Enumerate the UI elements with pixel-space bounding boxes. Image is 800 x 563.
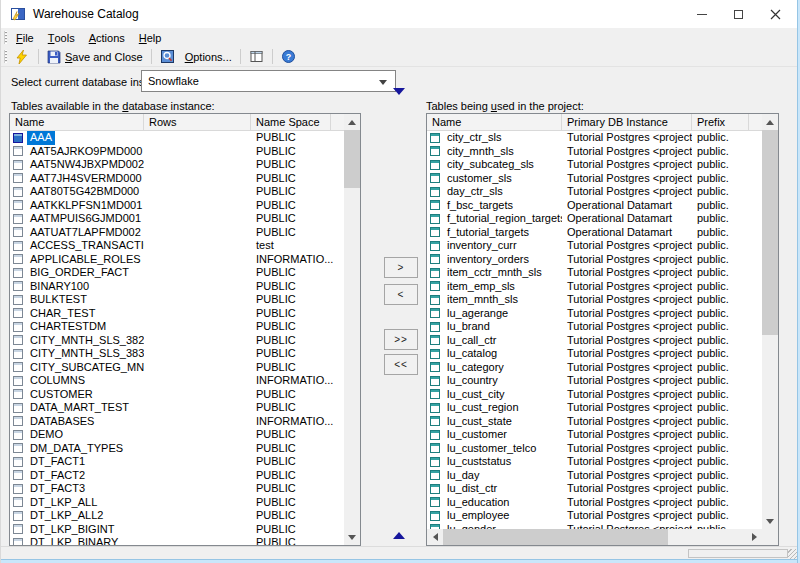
table-row[interactable]: lu_customer Tutorial Postgres <project .… [427,428,762,442]
table-row[interactable]: APPLICABLE_ROLES INFORMATIO... [10,253,344,267]
menubar-gripper[interactable] [4,31,7,44]
table-name-cell[interactable]: lu_employee [427,509,562,523]
table-row[interactable]: lu_custstatus Tutorial Postgres <project… [427,455,762,469]
table-row[interactable]: item_mnth_sls Tutorial Postgres <project… [427,293,762,307]
table-name[interactable]: day_ctr_sls [444,185,506,199]
table-row[interactable]: day_ctr_sls Tutorial Postgres <project .… [427,185,762,199]
table-name[interactable]: city_ctr_sls [444,131,504,145]
table-row[interactable]: lu_call_ctr Tutorial Postgres <project .… [427,334,762,348]
vertical-scrollbar[interactable] [762,114,778,545]
table-name-cell[interactable]: lu_call_ctr [427,334,562,348]
table-row[interactable]: lu_customer_telco Tutorial Postgres <pro… [427,442,762,456]
table-name-cell[interactable]: DT_LKP_BINARY [10,536,144,545]
table-name[interactable]: inventory_curr [444,239,520,253]
table-name[interactable]: BULKTEST [27,293,90,307]
table-row[interactable]: lu_catalog Tutorial Postgres <project ..… [427,347,762,361]
splitter-down-triangle-icon[interactable] [393,88,405,95]
table-row[interactable]: ACCESS_TRANSACTION... test [10,239,344,253]
table-name[interactable]: f_tutorial_region_targets [444,212,562,226]
maximize-button[interactable] [720,0,757,28]
table-row[interactable]: CHAR_TEST PUBLIC [10,307,344,321]
table-name-cell[interactable]: CUSTOMER [10,388,144,402]
table-name[interactable]: lu_agerange [444,307,511,321]
horizontal-scrollbar[interactable] [427,529,762,545]
move-right-button[interactable]: > [384,257,418,278]
table-row[interactable]: BULKTEST PUBLIC [10,293,344,307]
table-name[interactable]: CITY_SUBCATEG_MNTH... [27,361,144,375]
table-row[interactable]: DEMO PUBLIC [10,428,344,442]
table-name-cell[interactable]: lu_customer [427,428,562,442]
table-name[interactable]: lu_country [444,374,501,388]
table-name[interactable]: DATA_MART_TEST [27,401,132,415]
table-name-cell[interactable]: f_tutorial_region_targets [427,212,562,226]
table-name[interactable]: DATABASES [27,415,97,429]
table-name[interactable]: DEMO [27,428,66,442]
table-name[interactable]: DT_LKP_BIGINT [27,523,117,537]
table-name-cell[interactable]: f_bsc_targets [427,199,562,213]
table-row[interactable]: BIG_ORDER_FACT PUBLIC [10,266,344,280]
menu-item[interactable]: Actions [82,28,132,47]
table-name[interactable]: item_mnth_sls [444,293,521,307]
table-name[interactable]: AAT7JH4SVERMD000 [27,172,144,186]
table-row[interactable]: f_tutorial_targets Operational Datamart … [427,226,762,240]
table-name-cell[interactable]: item_emp_sls [427,280,562,294]
table-row[interactable]: inventory_curr Tutorial Postgres <projec… [427,239,762,253]
table-row[interactable]: inventory_orders Tutorial Postgres <proj… [427,253,762,267]
table-name-cell[interactable]: customer_sls [427,172,562,186]
scroll-up-button[interactable] [344,114,360,130]
scroll-down-button[interactable] [762,513,778,529]
table-name-cell[interactable]: DATABASES [10,415,144,429]
table-name-cell[interactable]: lu_cust_state [427,415,562,429]
table-row[interactable]: CITY_SUBCATEG_MNTH... PUBLIC [10,361,344,375]
table-name-cell[interactable]: day_ctr_sls [427,185,562,199]
table-name-cell[interactable]: DT_LKP_ALL [10,496,144,510]
table-name-cell[interactable]: COLUMNS [10,374,144,388]
scroll-right-button[interactable] [746,529,762,545]
table-row[interactable]: BINARY100 PUBLIC [10,280,344,294]
table-row[interactable]: DT_LKP_ALL PUBLIC [10,496,344,510]
table-name-cell[interactable]: CITY_SUBCATEG_MNTH... [10,361,144,375]
table-name-cell[interactable]: AAT80T5G42BMD000 [10,185,144,199]
table-row[interactable]: AAT7JH4SVERMD000 PUBLIC [10,172,344,186]
table-row[interactable]: city_ctr_sls Tutorial Postgres <project … [427,131,762,145]
table-name[interactable]: DT_LKP_ALL [27,496,100,510]
table-name-cell[interactable]: f_tutorial_targets [427,226,562,240]
table-name-cell[interactable]: AATMPUIS6GJMD001 [10,212,144,226]
table-name[interactable]: DT_LKP_ALL2 [27,509,106,523]
table-row[interactable]: DATA_MART_TEST PUBLIC [10,401,344,415]
table-row[interactable]: DT_FACT3 PUBLIC [10,482,344,496]
table-name[interactable]: AAT5NW4JBXPMD002 [27,158,144,172]
table-row[interactable]: item_emp_sls Tutorial Postgres <project … [427,280,762,294]
table-name[interactable]: customer_sls [444,172,515,186]
table-row[interactable]: DM_DATA_TYPES PUBLIC [10,442,344,456]
table-name-cell[interactable]: lu_dist_ctr [427,482,562,496]
table-name[interactable]: f_tutorial_targets [444,226,532,240]
table-row[interactable]: f_tutorial_region_targets Operational Da… [427,212,762,226]
table-name[interactable]: BIG_ORDER_FACT [27,266,132,280]
table-name[interactable]: inventory_orders [444,253,532,267]
save-and-close-button[interactable]: Save and Close [42,47,148,66]
table-name[interactable]: AAA [27,131,55,145]
table-name[interactable]: CUSTOMER [27,388,96,402]
close-button[interactable] [757,0,794,28]
table-row[interactable]: COLUMNS INFORMATIO... [10,374,344,388]
table-name[interactable]: lu_call_ctr [444,334,500,348]
table-row[interactable]: lu_agerange Tutorial Postgres <project .… [427,307,762,321]
table-row[interactable]: lu_cust_city Tutorial Postgres <project … [427,388,762,402]
table-row[interactable]: CUSTOMER PUBLIC [10,388,344,402]
table-name-cell[interactable]: CHARTESTDM [10,320,144,334]
table-name[interactable]: lu_customer_telco [444,442,539,456]
table-name-cell[interactable]: item_cctr_mnth_sls [427,266,562,280]
scroll-left-button[interactable] [427,529,443,545]
table-row[interactable]: f_bsc_targets Operational Datamart publi… [427,199,762,213]
table-name[interactable]: lu_catalog [444,347,500,361]
table-name[interactable]: lu_cust_state [444,415,515,429]
table-name-cell[interactable]: city_subcateg_sls [427,158,562,172]
table-name-cell[interactable]: AAA [10,131,144,145]
table-name[interactable]: lu_brand [444,320,493,334]
table-name[interactable]: AATUAT7LAPFMD002 [27,226,144,240]
column-header-prefix[interactable]: Prefix [692,114,749,130]
table-row[interactable]: lu_dist_ctr Tutorial Postgres <project .… [427,482,762,496]
column-header-rows[interactable]: Rows [144,114,251,130]
table-name[interactable]: COLUMNS [27,374,88,388]
